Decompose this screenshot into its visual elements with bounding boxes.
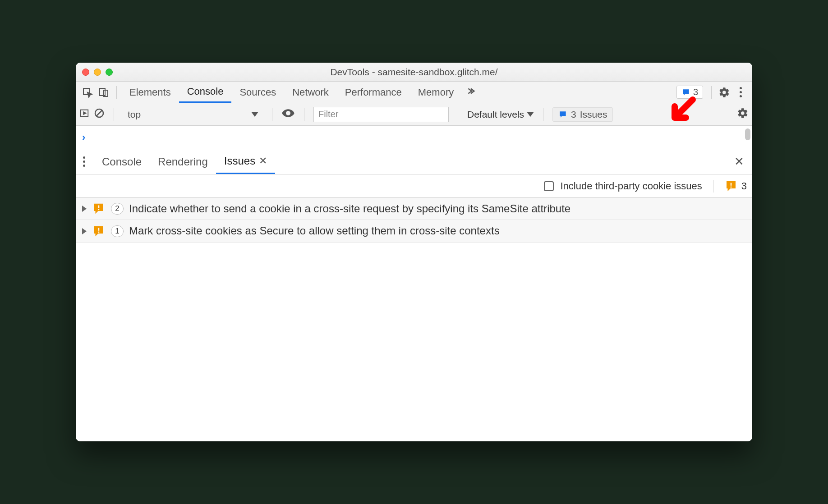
titlebar: DevTools - samesite-sandbox.glitch.me/ <box>76 63 752 82</box>
separator <box>711 86 712 99</box>
issue-message: Indicate whether to send a cookie in a c… <box>129 202 746 216</box>
svg-rect-11 <box>98 228 100 230</box>
tab-console[interactable]: Console <box>179 82 232 103</box>
svg-line-6 <box>97 110 102 116</box>
tab-performance[interactable]: Performance <box>337 82 410 103</box>
close-tab-icon[interactable]: ✕ <box>259 155 267 167</box>
drawer-more-button[interactable] <box>79 156 94 167</box>
live-expression-icon[interactable] <box>281 106 295 122</box>
tab-sources[interactable]: Sources <box>231 82 284 103</box>
warning-icon <box>92 202 106 215</box>
zoom-window-button[interactable] <box>106 69 113 76</box>
inspect-element-icon[interactable] <box>79 84 96 101</box>
separator <box>272 108 272 121</box>
issues-total-count: 3 <box>741 180 747 192</box>
drawer-tab-issues-label: Issues <box>224 155 255 167</box>
device-toggle-icon[interactable] <box>96 84 112 101</box>
settings-button[interactable] <box>716 84 732 101</box>
issue-row[interactable]: 1 Mark cross-site cookies as Secure to a… <box>76 220 752 242</box>
issues-indicator-count: 3 <box>693 87 698 97</box>
devtools-window: DevTools - samesite-sandbox.glitch.me/ E… <box>76 63 752 441</box>
separator <box>114 108 114 121</box>
warning-icon <box>92 225 106 238</box>
tab-memory[interactable]: Memory <box>410 82 462 103</box>
issue-count-pill: 2 <box>111 203 124 215</box>
chevron-down-icon <box>251 112 258 117</box>
issues-list: 2 Indicate whether to send a cookie in a… <box>76 198 752 441</box>
drawer-tab-console[interactable]: Console <box>94 149 150 174</box>
more-tabs-button[interactable] <box>462 86 479 99</box>
toggle-sidebar-icon[interactable] <box>79 108 89 120</box>
issues-filter-bar: Include third-party cookie issues 3 <box>76 174 752 198</box>
console-toolbar: top Default levels 3 Issues <box>76 103 752 126</box>
separator <box>304 108 304 121</box>
kebab-icon <box>736 87 745 97</box>
console-prompt[interactable]: › <box>76 126 752 149</box>
issue-message: Mark cross-site cookies as Secure to all… <box>129 224 746 238</box>
minimize-window-button[interactable] <box>94 69 101 76</box>
close-window-button[interactable] <box>82 69 89 76</box>
svg-rect-9 <box>98 206 100 208</box>
window-title: DevTools - samesite-sandbox.glitch.me/ <box>76 67 752 78</box>
context-selector-label: top <box>128 109 141 120</box>
context-selector[interactable]: top <box>123 107 263 122</box>
warning-icon <box>724 179 738 193</box>
tab-network[interactable]: Network <box>284 82 337 103</box>
drawer-tab-bar: Console Rendering Issues ✕ ✕ <box>76 149 752 174</box>
prompt-caret-icon: › <box>82 132 85 143</box>
issue-count-pill: 1 <box>111 225 124 237</box>
separator <box>713 180 713 192</box>
expand-icon[interactable] <box>82 206 87 212</box>
traffic-lights <box>82 69 113 76</box>
svg-marker-4 <box>83 112 86 115</box>
clear-console-icon[interactable] <box>94 108 105 121</box>
log-levels-label: Default levels <box>467 109 524 120</box>
svg-rect-12 <box>98 231 100 233</box>
issues-indicator-button[interactable]: 3 <box>676 86 703 99</box>
separator <box>116 86 117 99</box>
issues-button[interactable]: 3 Issues <box>552 107 613 122</box>
svg-rect-1 <box>100 88 105 96</box>
separator <box>458 108 458 121</box>
expand-icon[interactable] <box>82 228 87 234</box>
drawer-close-button[interactable]: ✕ <box>730 155 749 169</box>
more-menu-button[interactable] <box>732 84 749 101</box>
main-tab-bar: Elements Console Sources Network Perform… <box>76 82 752 103</box>
drawer-tab-issues[interactable]: Issues ✕ <box>216 149 275 174</box>
third-party-checkbox[interactable] <box>544 181 554 191</box>
svg-rect-8 <box>731 186 732 188</box>
log-levels-selector[interactable]: Default levels <box>467 109 534 120</box>
chevron-down-icon <box>527 112 534 117</box>
third-party-checkbox-label[interactable]: Include third-party cookie issues <box>560 180 702 192</box>
tab-elements[interactable]: Elements <box>121 82 179 103</box>
separator <box>543 108 543 121</box>
issue-row[interactable]: 2 Indicate whether to send a cookie in a… <box>76 198 752 220</box>
filter-input[interactable] <box>313 107 449 122</box>
console-settings-button[interactable] <box>737 107 749 121</box>
issues-total-badge: 3 <box>724 179 747 193</box>
drawer-tab-rendering[interactable]: Rendering <box>150 149 216 174</box>
svg-rect-7 <box>731 183 732 185</box>
scrollbar-thumb[interactable] <box>745 128 750 140</box>
issues-button-label: Issues <box>580 109 607 120</box>
svg-rect-10 <box>98 209 100 211</box>
kebab-icon <box>79 156 88 167</box>
issues-button-count: 3 <box>571 109 576 120</box>
